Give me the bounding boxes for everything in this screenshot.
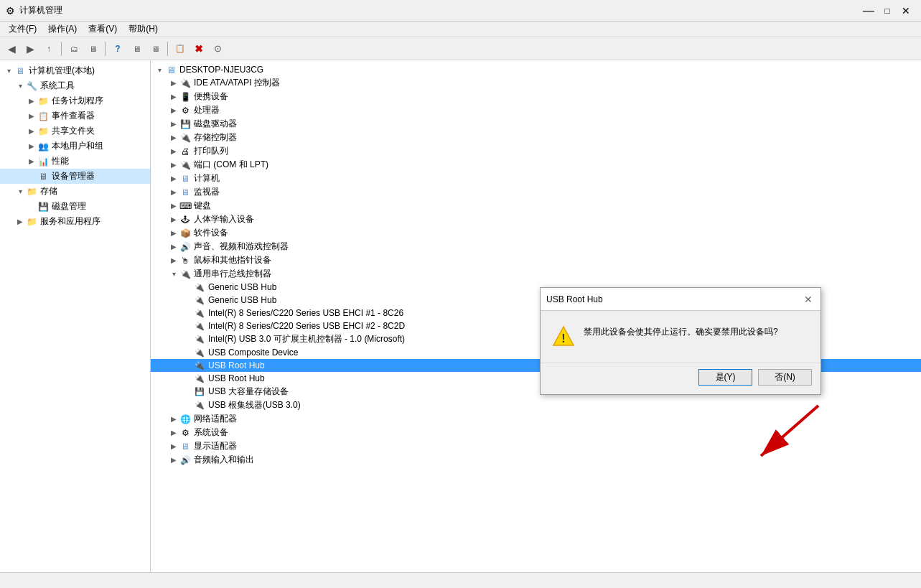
tree-network[interactable]: ▶ 🌐 网络适配器 bbox=[151, 412, 921, 426]
expander-perf: ▶ bbox=[26, 156, 37, 167]
minimize-btn[interactable]: — bbox=[859, 3, 878, 19]
tree-label-generic-usb-1: Generic USB Hub bbox=[208, 282, 276, 292]
tree-label-system-dev: 系统设备 bbox=[194, 426, 228, 439]
tree-print[interactable]: ▶ 🖨 打印队列 bbox=[151, 144, 921, 158]
status-bar bbox=[0, 572, 921, 588]
tree-usb-root-hub-3[interactable]: 🔌 USB 根集线器(USB 3.0) bbox=[151, 398, 921, 412]
sidebar-item-shared-folders[interactable]: ▶ 📁 共享文件夹 bbox=[0, 123, 150, 139]
tree-label-intel-usb3: Intel(R) USB 3.0 可扩展主机控制器 - 1.0 (Microso… bbox=[208, 333, 405, 345]
tree-com-lpt[interactable]: ▶ 🔌 端口 (COM 和 LPT) bbox=[151, 158, 921, 172]
sidebar-item-event-viewer[interactable]: ▶ 📋 事件查看器 bbox=[0, 108, 150, 123]
expander-sound: ▶ bbox=[168, 241, 179, 253]
dialog-warning-icon: ! bbox=[552, 325, 575, 348]
tree-display-adapter[interactable]: ▶ 🖥 显示适配器 bbox=[151, 439, 921, 453]
toolbar-new[interactable]: 📋 bbox=[172, 40, 189, 57]
root-computer-icon: 🖥 bbox=[165, 64, 177, 75]
usb-root-hub-3-icon: 🔌 bbox=[194, 400, 205, 411]
sidebar-item-system-tools[interactable]: ▾ 🔧 系统工具 bbox=[0, 78, 150, 93]
title-bar: ⚙ 计算机管理 — □ ✕ bbox=[0, 0, 921, 22]
sidebar-item-performance[interactable]: ▶ 📊 性能 bbox=[0, 154, 150, 169]
toolbar-show-hide[interactable]: 🗂 bbox=[65, 40, 83, 57]
sidebar-item-local-users[interactable]: ▶ 👥 本地用户和组 bbox=[0, 139, 150, 154]
menu-view[interactable]: 查看(V) bbox=[83, 22, 123, 37]
sidebar-item-device-mgr[interactable]: 🖥 设备管理器 bbox=[0, 169, 150, 184]
system-dev-icon: ⚙ bbox=[179, 427, 191, 439]
tree-label-ide: IDE ATA/ATAPI 控制器 bbox=[194, 77, 280, 89]
tree-computer[interactable]: ▶ 🖥 计算机 bbox=[151, 172, 921, 185]
sidebar-item-storage[interactable]: ▾ 📁 存储 bbox=[0, 184, 150, 199]
expander-storage-ctrl: ▶ bbox=[168, 132, 179, 144]
dialog-no-btn[interactable]: 否(N) bbox=[758, 369, 812, 386]
expander-disk bbox=[26, 201, 37, 213]
dialog-close-btn[interactable]: ✕ bbox=[802, 293, 815, 306]
tree-mouse[interactable]: ▶ 🖱 鼠标和其他指针设备 bbox=[151, 253, 921, 267]
system-tools-icon: 🔧 bbox=[26, 80, 37, 92]
sidebar-label-services: 服务和应用程序 bbox=[40, 215, 100, 228]
expander-computer-mgmt: ▾ bbox=[3, 65, 14, 77]
usb-ctrl-icon: 🔌 bbox=[179, 269, 191, 280]
expander-software-dev: ▶ bbox=[168, 228, 179, 239]
close-btn[interactable]: ✕ bbox=[897, 3, 915, 19]
tree-root[interactable]: ▾ 🖥 DESKTOP-NJEU3CG bbox=[151, 63, 921, 76]
toolbar-sep-1 bbox=[61, 42, 62, 56]
device-mgr-icon: 🖥 bbox=[37, 171, 49, 182]
toolbar-forward[interactable]: ▶ bbox=[22, 40, 39, 57]
expander-ide: ▶ bbox=[168, 78, 179, 89]
menu-action[interactable]: 操作(A) bbox=[42, 22, 83, 37]
toolbar-monitor[interactable]: 🖥 bbox=[84, 40, 101, 57]
sidebar-label-perf: 性能 bbox=[52, 155, 69, 167]
menu-file[interactable]: 文件(F) bbox=[3, 22, 42, 37]
toolbar-help[interactable]: ? bbox=[109, 40, 126, 57]
expander-monitor: ▶ bbox=[168, 187, 179, 198]
tree-ide[interactable]: ▶ 🔌 IDE ATA/ATAPI 控制器 bbox=[151, 76, 921, 90]
computer-icon: 🖥 bbox=[14, 65, 26, 77]
toolbar-refresh[interactable]: ⊙ bbox=[209, 40, 226, 57]
toolbar-delete[interactable]: ✖ bbox=[190, 40, 207, 57]
toolbar-back[interactable]: ◀ bbox=[3, 40, 20, 57]
tree-label-keyboard: 键盘 bbox=[194, 200, 211, 212]
disk-drives-icon: 💾 bbox=[179, 118, 191, 130]
tree-label-portable: 便携设备 bbox=[194, 90, 228, 103]
print-icon: 🖨 bbox=[179, 146, 191, 157]
tree-label-usb-composite: USB Composite Device bbox=[208, 347, 298, 358]
maximize-btn[interactable]: □ bbox=[878, 3, 897, 19]
expander-usb-mass-storage bbox=[182, 386, 194, 398]
sidebar-item-disk-mgmt[interactable]: 💾 磁盘管理 bbox=[0, 199, 150, 214]
tree-storage-ctrl[interactable]: ▶ 🔌 存储控制器 bbox=[151, 131, 921, 144]
tree-disk-drives[interactable]: ▶ 💾 磁盘驱动器 bbox=[151, 117, 921, 131]
tree-label-generic-usb-2: Generic USB Hub bbox=[208, 295, 276, 305]
toolbar-up[interactable]: ↑ bbox=[40, 40, 57, 57]
sidebar-label-computer-mgmt: 计算机管理(本地) bbox=[29, 65, 95, 77]
usb-root-1-icon: 🔌 bbox=[194, 360, 205, 371]
tree-system-dev[interactable]: ▶ ⚙ 系统设备 bbox=[151, 426, 921, 439]
menu-help[interactable]: 帮助(H) bbox=[123, 22, 164, 37]
tree-hid[interactable]: ▶ 🕹 人体学输入设备 bbox=[151, 213, 921, 226]
tree-keyboard[interactable]: ▶ ⌨ 键盘 bbox=[151, 199, 921, 213]
tree-portable[interactable]: ▶ 📱 便携设备 bbox=[151, 90, 921, 103]
tree-audio-io[interactable]: ▶ 🔊 音频输入和输出 bbox=[151, 453, 921, 467]
sidebar-label-system-tools: 系统工具 bbox=[40, 80, 75, 92]
tree-monitor[interactable]: ▶ 🖥 监视器 bbox=[151, 185, 921, 199]
tree-label-mouse: 鼠标和其他指针设备 bbox=[194, 254, 271, 266]
generic-usb-1-icon: 🔌 bbox=[194, 281, 205, 293]
sidebar-label-storage: 存储 bbox=[40, 185, 57, 197]
sidebar-item-services[interactable]: ▶ 📁 服务和应用程序 bbox=[0, 214, 150, 229]
tree-label-audio-io: 音频输入和输出 bbox=[194, 454, 254, 466]
usb-mass-storage-icon: 💾 bbox=[194, 386, 205, 398]
tree-sound[interactable]: ▶ 🔊 声音、视频和游戏控制器 bbox=[151, 240, 921, 253]
expander-disk-drives: ▶ bbox=[168, 118, 179, 130]
sidebar-label-task: 任务计划程序 bbox=[52, 95, 103, 107]
tree-label-usb-root-1: USB Root Hub bbox=[208, 360, 265, 370]
tree-label-software-dev: 软件设备 bbox=[194, 227, 228, 239]
sidebar-item-task-scheduler[interactable]: ▶ 📁 任务计划程序 bbox=[0, 93, 150, 108]
expander-generic-usb-2 bbox=[182, 294, 194, 306]
tree-usb-ctrl[interactable]: ▾ 🔌 通用串行总线控制器 bbox=[151, 267, 921, 281]
expander-usb-ctrl: ▾ bbox=[168, 269, 179, 280]
dialog-yes-btn[interactable]: 是(Y) bbox=[698, 369, 752, 386]
expander-usb-root-2 bbox=[182, 373, 194, 384]
toolbar-view2[interactable]: 🖥 bbox=[146, 40, 164, 57]
tree-processor[interactable]: ▶ ⚙ 处理器 bbox=[151, 103, 921, 117]
toolbar-display[interactable]: 🖥 bbox=[128, 40, 145, 57]
sidebar-item-computer-mgmt[interactable]: ▾ 🖥 计算机管理(本地) bbox=[0, 63, 150, 78]
tree-software-dev[interactable]: ▶ 📦 软件设备 bbox=[151, 226, 921, 240]
